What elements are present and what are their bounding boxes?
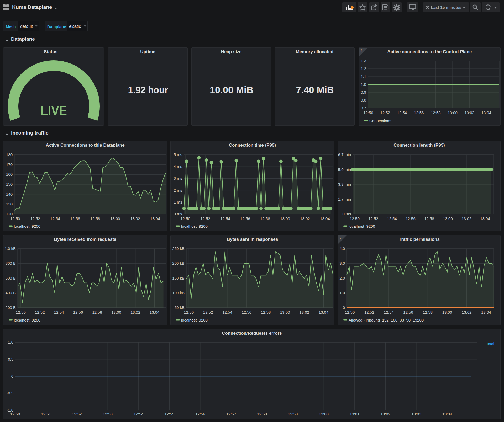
svg-text:1.0: 1.0 bbox=[361, 82, 366, 87]
svg-text:12:50: 12:50 bbox=[180, 216, 190, 221]
svg-text:i: i bbox=[340, 236, 341, 240]
svg-text:13:00: 13:00 bbox=[319, 412, 329, 416]
svg-text:1 ms: 1 ms bbox=[174, 200, 182, 204]
svg-text:200 kB: 200 kB bbox=[172, 261, 185, 265]
svg-text:13:00: 13:00 bbox=[111, 310, 121, 314]
svg-text:12:56: 12:56 bbox=[195, 412, 205, 416]
svg-text:6.7 min: 6.7 min bbox=[338, 152, 351, 157]
svg-text:12:50: 12:50 bbox=[363, 110, 373, 115]
svg-text:800 B: 800 B bbox=[6, 261, 16, 265]
svg-text:0.9: 0.9 bbox=[361, 90, 366, 94]
svg-text:Kuma Dataplane: Kuma Dataplane bbox=[12, 4, 52, 10]
svg-text:12:58: 12:58 bbox=[261, 310, 271, 314]
svg-text:5 ms: 5 ms bbox=[174, 152, 182, 157]
svg-text:13:02: 13:02 bbox=[461, 216, 471, 221]
svg-text:13:02: 13:02 bbox=[130, 310, 140, 314]
svg-text:13:04: 13:04 bbox=[442, 412, 452, 416]
svg-text:-0.5: -0.5 bbox=[7, 391, 13, 395]
svg-text:12:58: 12:58 bbox=[92, 310, 102, 314]
svg-text:4.0: 4.0 bbox=[339, 246, 345, 251]
svg-text:LIVE: LIVE bbox=[41, 103, 67, 118]
svg-text:0 ms: 0 ms bbox=[342, 212, 351, 216]
svg-text:3.0: 3.0 bbox=[339, 261, 345, 265]
svg-text:3 ms: 3 ms bbox=[174, 176, 182, 180]
svg-text:12:57: 12:57 bbox=[226, 412, 236, 416]
svg-text:12:54: 12:54 bbox=[220, 216, 230, 221]
svg-text:12:52: 12:52 bbox=[200, 216, 210, 221]
svg-text:12:54: 12:54 bbox=[387, 216, 397, 221]
svg-text:13:03: 13:03 bbox=[411, 412, 421, 416]
svg-text:0: 0 bbox=[343, 305, 345, 310]
svg-text:Allowed - inbound_192_168_33_5: Allowed - inbound_192_168_33_50_19200 bbox=[349, 318, 424, 322]
svg-text:12:50: 12:50 bbox=[184, 310, 194, 314]
svg-text:12:52: 12:52 bbox=[35, 310, 45, 314]
svg-text:12:58: 12:58 bbox=[90, 216, 100, 221]
svg-text:Last 15 minutes: Last 15 minutes bbox=[431, 5, 461, 10]
svg-text:12:51: 12:51 bbox=[41, 412, 51, 416]
svg-text:12:53: 12:53 bbox=[103, 412, 113, 416]
svg-text:12:59: 12:59 bbox=[288, 412, 298, 416]
svg-text:150 kB: 150 kB bbox=[172, 276, 185, 280]
svg-text:localhost_9200: localhost_9200 bbox=[181, 318, 208, 322]
svg-text:0 ms: 0 ms bbox=[174, 212, 182, 216]
svg-text:120: 120 bbox=[6, 212, 13, 216]
svg-text:12:54: 12:54 bbox=[222, 310, 232, 314]
svg-text:600 B: 600 B bbox=[6, 276, 16, 280]
svg-text:13:00: 13:00 bbox=[280, 310, 290, 314]
svg-text:i: i bbox=[361, 49, 362, 52]
svg-text:12:50: 12:50 bbox=[10, 216, 20, 221]
svg-text:2.0: 2.0 bbox=[339, 276, 345, 280]
svg-text:12:54: 12:54 bbox=[397, 110, 407, 115]
svg-text:1.0: 1.0 bbox=[8, 340, 13, 344]
svg-text:12:58: 12:58 bbox=[424, 216, 434, 221]
svg-text:2 ms: 2 ms bbox=[174, 188, 182, 193]
svg-text:13:04: 13:04 bbox=[481, 310, 491, 314]
svg-text:13:00: 13:00 bbox=[442, 310, 452, 314]
svg-text:1.1: 1.1 bbox=[361, 74, 366, 79]
svg-text:130: 130 bbox=[6, 202, 13, 206]
svg-text:12:50: 12:50 bbox=[350, 216, 360, 221]
svg-text:13:02: 13:02 bbox=[300, 216, 310, 221]
svg-text:12:52: 12:52 bbox=[72, 412, 82, 416]
svg-text:13:02: 13:02 bbox=[462, 310, 472, 314]
svg-text:12:52: 12:52 bbox=[203, 310, 213, 314]
svg-text:100 kB: 100 kB bbox=[172, 291, 185, 295]
svg-text:10.00 MiB: 10.00 MiB bbox=[210, 85, 253, 95]
svg-text:localhost_9200: localhost_9200 bbox=[14, 318, 40, 322]
svg-text:0.5: 0.5 bbox=[8, 357, 13, 361]
svg-text:200 B: 200 B bbox=[6, 305, 16, 310]
svg-text:12:58: 12:58 bbox=[257, 412, 267, 416]
svg-text:12:50: 12:50 bbox=[10, 412, 20, 416]
svg-text:400 B: 400 B bbox=[6, 291, 16, 295]
svg-text:50 kB: 50 kB bbox=[175, 305, 185, 310]
svg-text:12:56: 12:56 bbox=[414, 110, 424, 115]
svg-text:12:54: 12:54 bbox=[384, 310, 394, 314]
svg-text:1.0: 1.0 bbox=[339, 291, 345, 295]
svg-text:13:00: 13:00 bbox=[443, 216, 453, 221]
svg-text:13:02: 13:02 bbox=[299, 310, 309, 314]
svg-text:0.8: 0.8 bbox=[361, 98, 366, 102]
svg-text:13:00: 13:00 bbox=[280, 216, 290, 221]
svg-text:localhost_9200: localhost_9200 bbox=[349, 224, 375, 228]
svg-text:12:52: 12:52 bbox=[30, 216, 40, 221]
svg-text:1.3: 1.3 bbox=[361, 58, 366, 63]
svg-text:13:04: 13:04 bbox=[319, 310, 329, 314]
svg-text:1.92 hour: 1.92 hour bbox=[128, 85, 168, 95]
svg-text:12:54: 12:54 bbox=[134, 412, 144, 416]
svg-text:1.2: 1.2 bbox=[361, 66, 366, 71]
svg-text:12:56: 12:56 bbox=[242, 310, 251, 314]
svg-text:160: 160 bbox=[6, 172, 13, 177]
svg-text:140: 140 bbox=[6, 192, 13, 196]
svg-text:Connections: Connections bbox=[369, 119, 391, 123]
svg-text:13:00: 13:00 bbox=[448, 110, 458, 115]
svg-text:180: 180 bbox=[6, 152, 13, 157]
svg-text:12:58: 12:58 bbox=[260, 216, 270, 221]
svg-text:13:04: 13:04 bbox=[320, 216, 330, 221]
svg-text:3.3 min: 3.3 min bbox=[338, 182, 351, 186]
svg-text:12:56: 12:56 bbox=[240, 216, 250, 221]
svg-text:12:50: 12:50 bbox=[16, 310, 26, 314]
svg-text:13:04: 13:04 bbox=[480, 216, 490, 221]
svg-text:localhost_9200: localhost_9200 bbox=[181, 224, 208, 228]
svg-text:13:04: 13:04 bbox=[150, 310, 160, 314]
svg-text:13:02: 13:02 bbox=[381, 412, 391, 416]
